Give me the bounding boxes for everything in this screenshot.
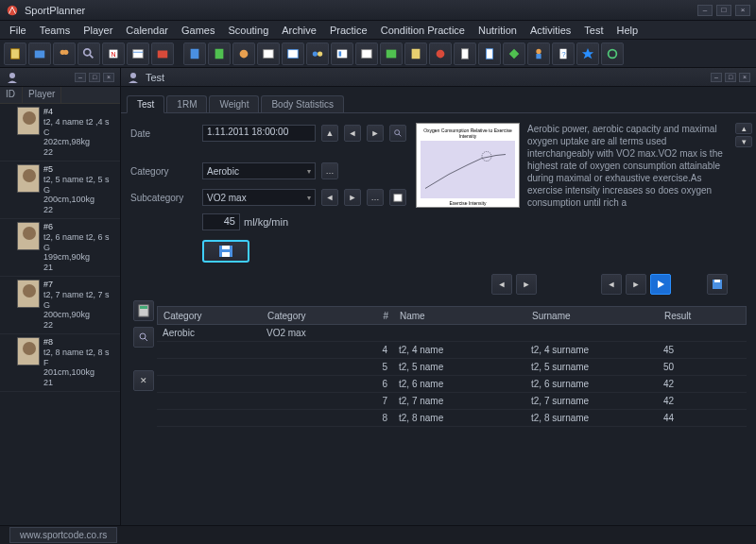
- category-more[interactable]: …: [321, 162, 338, 179]
- gh-surname[interactable]: Surname: [526, 309, 659, 323]
- toolbar-btn-3[interactable]: [53, 42, 76, 65]
- subcat-calendar-icon[interactable]: [389, 189, 406, 206]
- chart-thumbnail[interactable]: Oxygen Consumption Relative to Exercise …: [416, 123, 520, 208]
- col-id[interactable]: ID: [0, 87, 23, 103]
- date-label: Date: [130, 128, 197, 139]
- svg-line-6: [90, 54, 94, 58]
- toolbar-btn-24[interactable]: [576, 42, 599, 65]
- toolbar-btn-15[interactable]: [355, 42, 378, 65]
- grid-delete-icon[interactable]: ✕: [133, 370, 154, 391]
- menu-archive[interactable]: Archive: [276, 23, 322, 38]
- table-row[interactable]: 6t2, 6 namet2, 6 surname42: [157, 376, 747, 393]
- toolbar-btn-20[interactable]: [478, 42, 501, 65]
- grid-search-icon[interactable]: [133, 327, 154, 348]
- table-row[interactable]: 7t2, 7 namet2, 7 surname42: [157, 393, 747, 410]
- sidebar-close[interactable]: ×: [103, 73, 114, 82]
- value-input[interactable]: 45: [202, 213, 240, 230]
- desc-scroll-down[interactable]: ▾: [735, 136, 752, 147]
- menu-test[interactable]: Test: [578, 23, 609, 38]
- table-row[interactable]: 8t2, 8 namet2, 8 surname44: [157, 410, 747, 427]
- panel-close[interactable]: ×: [739, 73, 750, 82]
- grid-calc-icon[interactable]: [133, 300, 154, 321]
- date-search-icon[interactable]: [389, 125, 406, 142]
- sidebar-max[interactable]: □: [89, 73, 100, 82]
- menu-calendar[interactable]: Calendar: [120, 23, 174, 38]
- player-row[interactable]: #8t2, 8 name t2, 8 sF201cm,100kg21: [0, 334, 120, 392]
- window-maximize[interactable]: □: [716, 5, 731, 16]
- desc-scroll-up[interactable]: ▴: [735, 123, 752, 134]
- toolbar-btn-5[interactable]: N: [102, 42, 125, 65]
- toolbar-btn-14[interactable]: [331, 42, 353, 65]
- tab-body-statistics[interactable]: Body Statistics: [261, 95, 344, 112]
- menu-file[interactable]: File: [4, 23, 32, 38]
- panel-max[interactable]: □: [725, 73, 736, 82]
- toolbar-btn-1[interactable]: [4, 42, 26, 65]
- table-row[interactable]: 4t2, 4 namet2, 4 surname45: [157, 342, 747, 359]
- window-close[interactable]: ×: [735, 5, 750, 16]
- subcat-next[interactable]: ►: [344, 189, 361, 206]
- toolbar-btn-10[interactable]: [232, 42, 255, 65]
- panel-min[interactable]: –: [711, 73, 722, 82]
- menu-teams[interactable]: Teams: [34, 23, 76, 38]
- gh-left-cat2[interactable]: Category: [262, 309, 366, 323]
- footer-link[interactable]: www.sportcode.co.rs: [9, 527, 117, 543]
- toolbar-btn-11[interactable]: [257, 42, 280, 65]
- play-button[interactable]: [650, 274, 671, 295]
- menu-condition-practice[interactable]: Condition Practice: [375, 23, 471, 38]
- toolbar-btn-21[interactable]: [503, 42, 525, 65]
- toolbar-btn-23[interactable]: ?: [552, 42, 575, 65]
- tab-weight[interactable]: Weight: [209, 95, 259, 112]
- save-button[interactable]: [202, 240, 249, 263]
- date-input[interactable]: 1.11.2011 18:00:00: [202, 125, 316, 142]
- menu-practice[interactable]: Practice: [324, 23, 373, 38]
- toolbar-btn-22[interactable]: [527, 42, 550, 65]
- subcat-more[interactable]: …: [367, 189, 384, 206]
- toolbar-btn-25[interactable]: [601, 42, 624, 65]
- player-row[interactable]: #4t2, 4 name t2 ,4 sC202cm,98kg22: [0, 104, 120, 162]
- toolbar-btn-9[interactable]: [208, 42, 231, 65]
- media-next-left[interactable]: ►: [516, 274, 537, 295]
- menu-nutrition[interactable]: Nutrition: [472, 23, 523, 38]
- toolbar-btn-8[interactable]: [183, 42, 206, 65]
- media-prev-left[interactable]: ◄: [491, 274, 512, 295]
- media-save[interactable]: [707, 274, 728, 295]
- toolbar-btn-13[interactable]: [306, 42, 329, 65]
- date-next[interactable]: ►: [367, 125, 384, 142]
- gh-left-cat[interactable]: Category: [158, 309, 262, 323]
- tab-1rm[interactable]: 1RM: [166, 95, 207, 112]
- menu-help[interactable]: Help: [611, 23, 644, 38]
- subcategory-select[interactable]: VO2 max▾: [202, 189, 316, 206]
- sidebar-min[interactable]: –: [75, 73, 86, 82]
- toolbar-btn-17[interactable]: [404, 42, 427, 65]
- toolbar-btn-16[interactable]: [380, 42, 403, 65]
- toolbar-btn-4[interactable]: [77, 42, 100, 65]
- svg-rect-25: [462, 48, 469, 59]
- toolbar-btn-7[interactable]: [151, 42, 174, 65]
- toolbar-btn-19[interactable]: [454, 42, 476, 65]
- subcat-prev[interactable]: ◄: [321, 189, 338, 206]
- gh-result[interactable]: Result: [659, 309, 715, 323]
- svg-rect-19: [337, 49, 348, 58]
- menu-activities[interactable]: Activities: [524, 23, 576, 38]
- menu-player[interactable]: Player: [77, 23, 118, 38]
- player-row[interactable]: #6t2, 6 name t2, 6 sG199cm,90kg21: [0, 219, 120, 277]
- gh-name[interactable]: Name: [394, 309, 526, 323]
- toolbar-btn-18[interactable]: [429, 42, 452, 65]
- date-up[interactable]: ▲: [321, 125, 338, 142]
- table-row[interactable]: 5t2, 5 namet2, 5 surname50: [157, 359, 747, 376]
- window-minimize[interactable]: –: [697, 5, 713, 16]
- media-next[interactable]: ►: [626, 274, 646, 295]
- media-prev[interactable]: ◄: [601, 274, 622, 295]
- menu-scouting[interactable]: Scouting: [222, 23, 274, 38]
- tab-test[interactable]: Test: [127, 95, 164, 113]
- toolbar-btn-12[interactable]: [282, 42, 304, 65]
- player-row[interactable]: #7t2, 7 name t2, 7 sG200cm,90kg22: [0, 277, 120, 334]
- toolbar-btn-6[interactable]: [127, 42, 149, 65]
- category-select[interactable]: Aerobic▾: [202, 162, 316, 179]
- toolbar-btn-2[interactable]: [28, 42, 51, 65]
- col-player[interactable]: Player: [23, 87, 61, 103]
- player-row[interactable]: #5t2, 5 name t2, 5 sG200cm,100kg22: [0, 162, 120, 219]
- menu-games[interactable]: Games: [176, 23, 220, 38]
- date-prev[interactable]: ◄: [344, 125, 361, 142]
- gh-num[interactable]: #: [366, 309, 394, 323]
